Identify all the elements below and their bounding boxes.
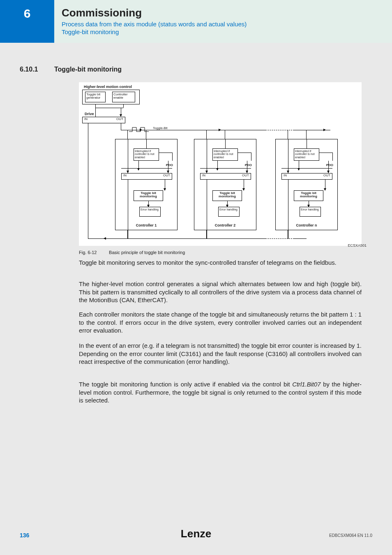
label-drive: Drive — [85, 112, 94, 116]
box-toggle-mon-2: Toggle bit monitoring — [212, 190, 242, 201]
label-pdo-2: PDO — [245, 163, 252, 167]
box-controller-enable: Controller enable — [112, 92, 135, 102]
chapter-subtitle-2: Toggle-bit monitoring — [62, 28, 385, 36]
box-error-1: Error handling — [139, 207, 161, 217]
paragraph-4: In the event of an error (e.g. if a tele… — [79, 342, 362, 366]
label-controller-enable: Controller enable — [113, 92, 128, 99]
label-in-n: IN — [284, 173, 287, 177]
box-drive: IN OUT — [82, 117, 125, 123]
figure-diagram: Higher-level motion control Toggle bit g… — [79, 82, 362, 246]
box-controller-2: Interrupted if controller is not enabled… — [194, 139, 256, 230]
page: 6 Commissioning Process data from the ax… — [0, 0, 392, 555]
label-error-2: Error handling — [219, 208, 238, 211]
label-controller-n: Controller n — [276, 223, 337, 227]
figure-code: ECSXA501 — [348, 243, 367, 247]
box-toggle-mon-n: Toggle bit monitoring — [294, 190, 323, 201]
label-controller-2: Controller 2 — [194, 223, 256, 227]
label-controller-1: Controller 1 — [115, 223, 177, 227]
label-error-n: Error handling — [301, 208, 319, 211]
box-error-2: Error handling — [218, 207, 240, 217]
chapter-number: 6 — [24, 7, 31, 21]
chapter-number-box: 6 — [0, 0, 54, 43]
box-toggle-generator: Toggle bit generator — [85, 92, 106, 102]
box-pdo-inout-2: IN OUT — [200, 173, 251, 180]
label-drive-in: IN — [84, 117, 88, 121]
figure-caption-text: Basic principle of toggle bit monitoring — [109, 250, 185, 255]
label-toggle-generator: Toggle bit generator — [86, 92, 100, 99]
paragraph-5-italic: Ctrl1.Bit07 — [292, 381, 321, 388]
box-error-n: Error handling — [300, 207, 321, 217]
label-interrupted-n: Interrupted if controller is not enabled — [295, 150, 314, 159]
box-interrupted-2: Interrupted if controller is not enabled — [212, 148, 238, 161]
chapter-title: Commissioning — [62, 7, 385, 19]
box-higher-level-motion: Toggle bit generator Controller enable — [82, 90, 140, 104]
label-pdo-n: PDO — [326, 163, 333, 167]
box-pdo-inout-n: IN OUT — [281, 173, 332, 180]
box-controller-1: Interrupted if controller is not enabled… — [115, 139, 178, 230]
box-controller-n: Interrupted if controller is not enabled… — [275, 139, 338, 230]
box-pdo-inout-1: IN OUT — [121, 173, 172, 180]
label-error-1: Error handling — [141, 208, 159, 211]
section-number: 6.10.1 — [20, 66, 38, 73]
label-out-n: OUT — [323, 173, 330, 177]
box-interrupted-1: Interrupted if controller is not enabled — [134, 148, 159, 161]
paragraph-5: The toggle bit monitoring function is on… — [79, 381, 362, 405]
box-toggle-mon-1: Toggle bit monitoring — [134, 190, 163, 201]
figure-label: Fig. 6-12 — [79, 250, 108, 255]
chapter-subtitle-1: Process data from the axis module (statu… — [62, 20, 385, 28]
label-out-2: OUT — [242, 173, 249, 177]
label-out-1: OUT — [163, 173, 170, 177]
header-body: Commissioning Process data from the axis… — [54, 0, 392, 43]
paragraph-1: Toggle bit monitoring serves to monitor … — [79, 259, 362, 267]
paragraph-2: The higher-level motion control generate… — [79, 280, 362, 305]
label-drive-out: OUT — [116, 117, 123, 121]
paragraph-5a: The toggle bit monitoring function is on… — [79, 381, 292, 388]
label-in-1: IN — [123, 173, 127, 177]
document-id: EDBCSXM064 EN 11.0 — [329, 533, 372, 538]
label-interrupted-2: Interrupted if controller is not enabled — [214, 150, 233, 159]
figure-caption: Fig. 6-12 Basic principle of toggle bit … — [79, 250, 185, 255]
label-pdo-1: PDO — [166, 163, 173, 167]
box-interrupted-n: Interrupted if controller is not enabled — [294, 148, 319, 161]
label-interrupted-1: Interrupted if controller is not enabled — [135, 150, 154, 159]
label-higher-level-motion: Higher-level motion control — [84, 85, 132, 89]
paragraph-3: Each controller monitors the state chang… — [79, 311, 362, 335]
brand-logo: Lenze — [181, 527, 212, 540]
label-in-2: IN — [202, 173, 205, 177]
label-toggle-mon-1: Toggle bit monitoring — [140, 191, 157, 198]
page-number: 136 — [20, 532, 29, 539]
label-toggle-mon-2: Toggle bit monitoring — [219, 191, 236, 198]
page-header: 6 Commissioning Process data from the ax… — [0, 0, 392, 43]
section-title: Toggle-bit monitoring — [54, 66, 122, 73]
label-toggle-mon-n: Toggle bit monitoring — [300, 191, 317, 198]
